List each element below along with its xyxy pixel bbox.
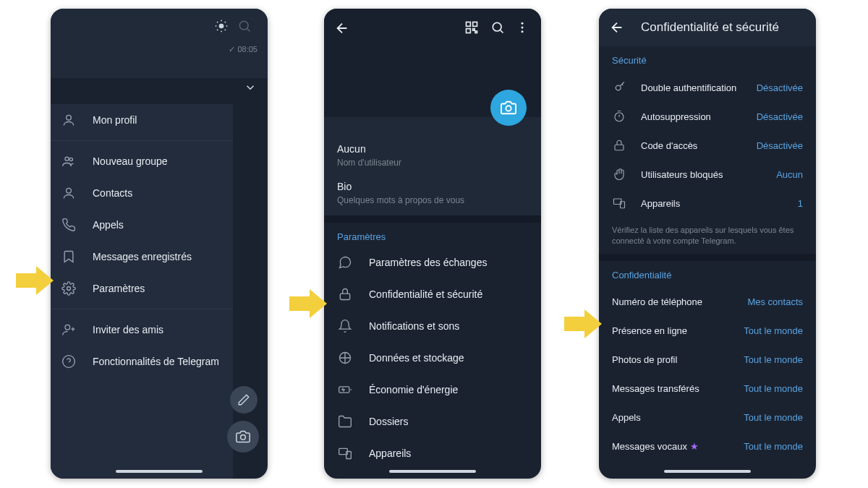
drawer-menu: Mon profil Nouveau groupe Contacts Appel… <box>51 104 233 479</box>
svg-rect-26 <box>473 29 475 31</box>
row-autodelete[interactable]: Autosuppression Désactivée <box>599 102 816 131</box>
privacy-header: Confidentialité et sécurité <box>599 9 816 46</box>
menu-item-profile[interactable]: Mon profil <box>51 104 233 136</box>
add-user-icon <box>61 322 77 337</box>
setting-devices[interactable]: Appareils <box>324 437 541 469</box>
security-section-label: Sécurité <box>599 46 816 70</box>
privacy-section-label: Confidentialité <box>599 261 816 285</box>
svg-point-11 <box>67 115 72 120</box>
setting-label: Dossiers <box>369 416 408 427</box>
svg-point-28 <box>493 22 501 31</box>
row-label: Présence en ligne <box>612 325 687 336</box>
yellow-arrow-icon <box>564 309 602 338</box>
svg-point-12 <box>65 157 69 160</box>
more-icon[interactable] <box>515 20 529 35</box>
svg-line-10 <box>247 29 250 32</box>
setting-battery[interactable]: Économie d'énergie <box>324 374 541 406</box>
setting-data[interactable]: Données et stockage <box>324 342 541 374</box>
menu-item-label: Contacts <box>93 187 132 199</box>
section-gap <box>324 215 541 223</box>
setting-chat-settings[interactable]: Paramètres des échanges <box>324 247 541 278</box>
search-icon[interactable] <box>237 19 252 33</box>
setting-folders[interactable]: Dossiers <box>324 406 541 437</box>
menu-item-label: Paramètres <box>93 283 145 294</box>
setting-label: Confidentialité et sécurité <box>369 288 482 300</box>
row-value: Tout le monde <box>744 325 803 336</box>
lock-icon <box>612 139 626 152</box>
chat-icon <box>337 255 353 270</box>
row-forwarded[interactable]: Messages transférés Tout le monde <box>599 374 816 403</box>
row-devices[interactable]: Appareils 1 <box>599 189 816 218</box>
message-timestamp: ✓ 08:05 <box>229 45 258 54</box>
row-label: Double authentification <box>641 82 736 93</box>
row-voice[interactable]: Messages vocaux★ Tout le monde <box>599 432 816 461</box>
back-icon[interactable] <box>609 20 625 35</box>
chevron-down-icon[interactable] <box>244 81 257 94</box>
menu-item-contacts[interactable]: Contacts <box>51 177 233 209</box>
privacy-section: Numéro de téléphone Mes contacts Présenc… <box>599 285 816 464</box>
menu-item-saved[interactable]: Messages enregistrés <box>51 241 233 273</box>
group-icon <box>61 154 77 168</box>
phone-icon <box>61 218 77 232</box>
row-last-seen[interactable]: Présence en ligne Tout le monde <box>599 317 816 346</box>
svg-line-4 <box>225 30 226 30</box>
premium-star-icon: ★ <box>690 441 699 452</box>
qr-icon[interactable] <box>464 20 479 35</box>
svg-point-0 <box>219 24 224 29</box>
bell-icon <box>337 319 353 333</box>
svg-rect-25 <box>467 29 471 33</box>
bookmark-icon <box>61 249 77 264</box>
svg-point-19 <box>63 356 75 368</box>
row-calls[interactable]: Appels Tout le monde <box>599 403 816 432</box>
row-value: Mes contacts <box>747 296 803 307</box>
menu-item-features[interactable]: Fonctionnalités de Telegram <box>51 346 233 377</box>
row-phone-number[interactable]: Numéro de téléphone Mes contacts <box>599 288 816 317</box>
row-profile-photo[interactable]: Photos de profil Tout le monde <box>599 346 816 374</box>
row-label: Messages vocaux★ <box>612 441 699 452</box>
edit-fab[interactable] <box>230 386 258 414</box>
menu-item-label: Nouveau groupe <box>93 155 168 167</box>
row-label: Autosuppression <box>641 111 711 122</box>
menu-item-label: Messages enregistrés <box>93 251 192 262</box>
menu-item-invite[interactable]: Inviter des amis <box>51 314 233 346</box>
svg-point-31 <box>522 27 524 29</box>
gear-icon <box>61 281 77 296</box>
menu-item-new-group[interactable]: Nouveau groupe <box>51 145 233 177</box>
row-blocked[interactable]: Utilisateurs bloqués Aucun <box>599 160 816 189</box>
yellow-arrow-icon <box>289 289 327 318</box>
menu-item-label: Appels <box>93 219 124 231</box>
back-icon[interactable] <box>334 20 350 36</box>
phone-settings: Aucun Nom d'utilisateur Bio Quelques mot… <box>324 9 541 479</box>
svg-rect-44 <box>615 145 624 150</box>
menu-item-calls[interactable]: Appels <box>51 209 233 241</box>
svg-rect-27 <box>475 31 477 33</box>
svg-point-32 <box>522 30 524 33</box>
menu-item-settings[interactable]: Paramètres <box>51 273 233 304</box>
username-value[interactable]: Aucun <box>337 143 528 155</box>
svg-point-15 <box>67 287 71 291</box>
theme-toggle-icon[interactable] <box>214 19 229 33</box>
camera-fab[interactable] <box>227 421 259 453</box>
setting-notifications[interactable]: Notifications et sons <box>324 310 541 342</box>
setting-label: Appareils <box>369 448 411 459</box>
svg-point-21 <box>241 435 246 440</box>
camera-fab[interactable] <box>490 90 527 126</box>
svg-point-33 <box>506 106 511 111</box>
timer-icon <box>612 110 626 123</box>
setting-label: Paramètres des échanges <box>369 257 487 268</box>
row-value: Désactivée <box>757 140 803 151</box>
svg-rect-39 <box>346 452 352 459</box>
row-label: Messages transférés <box>612 383 699 394</box>
lock-icon <box>337 287 353 301</box>
yellow-arrow-icon <box>16 266 54 295</box>
phone-privacy-security: Confidentialité et sécurité Sécurité Dou… <box>599 9 816 479</box>
search-icon[interactable] <box>490 20 505 35</box>
bio-label[interactable]: Bio <box>337 181 528 192</box>
row-label: Photos de profil <box>612 354 677 365</box>
svg-rect-24 <box>473 22 477 27</box>
user-icon <box>61 113 77 127</box>
separator <box>51 140 233 141</box>
row-2fa[interactable]: Double authentification Désactivée <box>599 73 816 102</box>
setting-privacy[interactable]: Confidentialité et sécurité <box>324 278 541 310</box>
row-passcode[interactable]: Code d'accès Désactivée <box>599 131 816 160</box>
